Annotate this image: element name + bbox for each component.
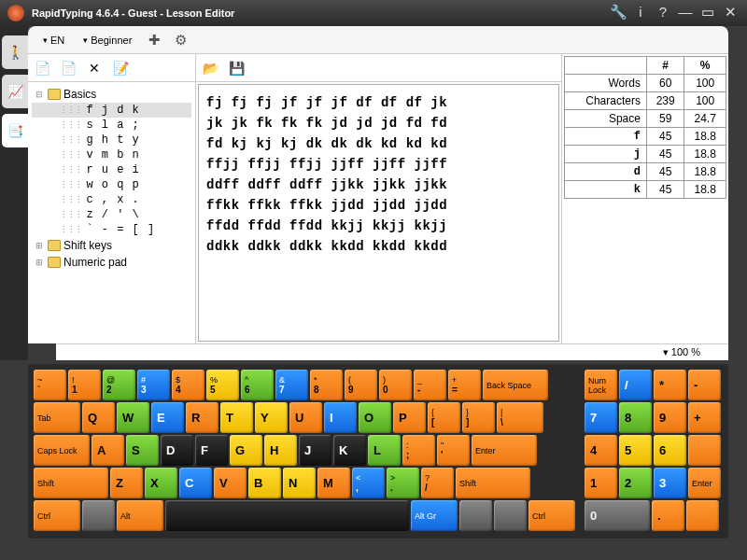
tree-lesson[interactable]: c , x .	[32, 192, 191, 207]
keyboard-key[interactable]	[82, 500, 115, 531]
keyboard-key[interactable]: 7	[585, 402, 617, 433]
keyboard-key[interactable]: Alt	[117, 500, 163, 531]
add-lesson-icon[interactable]: 📄	[58, 58, 78, 78]
add-icon[interactable]: ✚	[145, 31, 163, 49]
new-lesson-icon[interactable]: 📄	[32, 58, 52, 78]
keyboard-key[interactable]: K	[333, 435, 366, 466]
keyboard-key[interactable]: P	[393, 402, 426, 433]
keyboard-key[interactable]: 2	[619, 468, 652, 498]
delete-icon[interactable]: ✕	[84, 58, 105, 78]
keyboard-key[interactable]: C	[179, 468, 212, 498]
keyboard-key[interactable]: +	[688, 402, 721, 433]
keyboard-key[interactable]: +=	[448, 370, 481, 400]
level-dropdown[interactable]: Beginner	[78, 33, 137, 48]
keyboard-key[interactable]: 0	[585, 500, 650, 531]
keyboard-key[interactable]: L	[368, 435, 401, 466]
tree-lesson[interactable]: ` - = [ ]	[32, 222, 191, 237]
keyboard-key[interactable]: Shift	[34, 468, 108, 498]
keyboard-key[interactable]: Z	[110, 468, 143, 498]
edit-icon[interactable]: 📝	[110, 58, 131, 78]
keyboard-key[interactable]: /	[619, 370, 652, 400]
lesson-text[interactable]: fj fj fj jf jf jf df df df jkjk jk fk fk…	[198, 84, 559, 342]
keyboard-key[interactable]: (9	[345, 370, 377, 400]
tree-lesson[interactable]: s l a ;	[32, 118, 191, 133]
keyboard-key[interactable]: 5	[619, 435, 652, 466]
zoom-control[interactable]: ▾ 100 %	[56, 343, 728, 360]
keyboard-key[interactable]: Num Lock	[585, 370, 617, 400]
keyboard-key[interactable]: Shift	[456, 468, 530, 498]
keyboard-key[interactable]: Enter	[472, 435, 537, 466]
keyboard-key[interactable]: Tab	[34, 402, 80, 433]
keyboard-key[interactable]: Alt Gr	[411, 500, 458, 531]
keyboard-key[interactable]: T	[220, 402, 253, 433]
keyboard-key[interactable]: B	[248, 468, 281, 498]
keyboard-key[interactable]: M	[317, 468, 350, 498]
keyboard-key[interactable]: %5	[206, 370, 239, 400]
tree-lesson[interactable]: z / ' \	[32, 207, 191, 222]
keyboard-key[interactable]: _-	[414, 370, 446, 400]
keyboard-key[interactable]: Caps Lock	[34, 435, 90, 466]
language-dropdown[interactable]: EN	[37, 33, 70, 48]
tree-folder-shift[interactable]: ⊞Shift keys	[32, 237, 191, 254]
tree-lesson[interactable]: r u e i	[32, 162, 191, 177]
save-icon[interactable]: 💾	[226, 58, 247, 78]
keyboard-key[interactable]: $4	[172, 370, 204, 400]
keyboard-key[interactable]: I	[324, 402, 357, 433]
keyboard-key[interactable]: V	[214, 468, 247, 498]
keyboard-key[interactable]: S	[126, 435, 159, 466]
tab-editor[interactable]: 📑	[2, 114, 28, 147]
keyboard-key[interactable]: Q	[82, 402, 115, 433]
keyboard-key[interactable]: 9	[654, 402, 686, 433]
tab-stats[interactable]: 📈	[2, 75, 28, 108]
keyboard-key[interactable]: J	[299, 435, 331, 466]
keyboard-key[interactable]: Ctrl	[529, 500, 575, 531]
tools-icon[interactable]: 🔧	[609, 5, 627, 21]
keyboard-key[interactable]: ~`	[34, 370, 66, 400]
keyboard-key[interactable]: Y	[255, 402, 288, 433]
tree-lesson[interactable]: f j d k	[32, 103, 191, 118]
tab-training[interactable]: 🚶	[2, 35, 28, 69]
keyboard-key[interactable]	[459, 500, 492, 531]
keyboard-key[interactable]: Ctrl	[34, 500, 80, 531]
keyboard-key[interactable]: W	[117, 402, 149, 433]
keyboard-key[interactable]: -	[688, 370, 721, 400]
keyboard-key[interactable]: &7	[275, 370, 308, 400]
tree-lesson[interactable]: g h t y	[32, 133, 191, 147]
keyboard-key[interactable]: 3	[654, 468, 686, 498]
keyboard-key[interactable]	[165, 500, 409, 531]
maximize-button[interactable]: ▭	[698, 5, 717, 21]
keyboard-key[interactable]: ?/	[421, 468, 454, 498]
open-file-icon[interactable]: 📂	[200, 58, 220, 78]
keyboard-key[interactable]: 4	[585, 435, 617, 466]
keyboard-key[interactable]: :;	[402, 435, 435, 466]
tree-folder-numeric[interactable]: ⊞Numeric pad	[32, 254, 191, 271]
keyboard-key[interactable]: @2	[103, 370, 135, 400]
keyboard-key[interactable]: #3	[137, 370, 170, 400]
keyboard-key[interactable]: "'	[437, 435, 470, 466]
tree-lesson[interactable]: w o q p	[32, 177, 191, 192]
keyboard-key[interactable]	[686, 500, 719, 531]
keyboard-key[interactable]: *	[654, 370, 686, 400]
keyboard-key[interactable]: *8	[310, 370, 343, 400]
tree-lesson[interactable]: v m b n	[32, 147, 191, 162]
keyboard-key[interactable]: .	[652, 500, 684, 531]
close-button[interactable]: ✕	[721, 5, 740, 21]
keyboard-key[interactable]: H	[264, 435, 297, 466]
tree-folder-basics[interactable]: ⊟Basics	[32, 86, 191, 103]
keyboard-key[interactable]: }]	[462, 402, 495, 433]
keyboard-key[interactable]: |\	[497, 402, 543, 433]
help-icon[interactable]: ?	[654, 5, 672, 21]
keyboard-key[interactable]: D	[161, 435, 193, 466]
keyboard-key[interactable]: Enter	[688, 468, 721, 498]
lesson-tree[interactable]: ⊟Basics f j d ks l a ;g h t yv m b nr u …	[28, 82, 195, 343]
keyboard-key[interactable]: >.	[387, 468, 419, 498]
settings-icon[interactable]: ⚙	[171, 31, 190, 49]
minimize-button[interactable]: —	[676, 5, 695, 21]
keyboard-key[interactable]: ^6	[241, 370, 274, 400]
keyboard-key[interactable]	[494, 500, 527, 531]
info-icon[interactable]: i	[631, 5, 650, 21]
keyboard-key[interactable]: !1	[68, 370, 101, 400]
keyboard-key[interactable]: F	[195, 435, 228, 466]
keyboard-key[interactable]: 1	[585, 468, 617, 498]
keyboard-key[interactable]: G	[230, 435, 262, 466]
